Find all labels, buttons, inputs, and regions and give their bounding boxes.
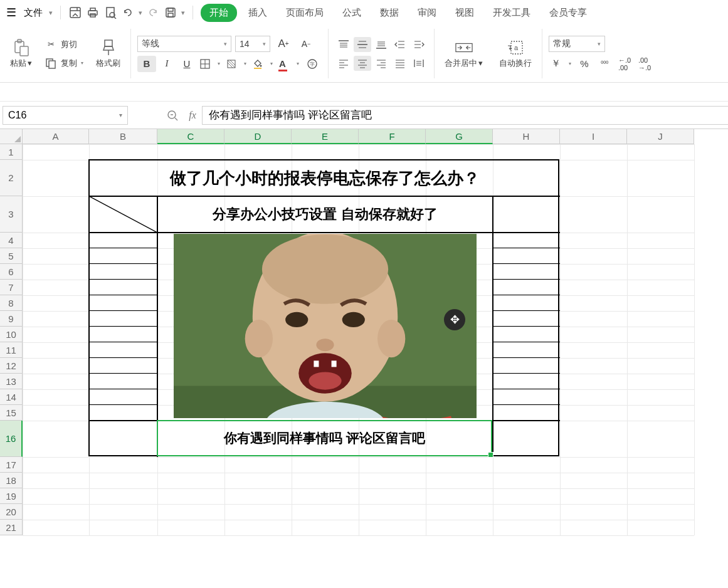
row-header-11[interactable]: 11 [0, 342, 23, 358]
tab-devtools[interactable]: 开发工具 [485, 4, 538, 22]
row-header-17[interactable]: 17 [0, 457, 23, 473]
title-cell[interactable]: 做了几个小时的报表停电忘保存了怎么办？ [89, 160, 560, 196]
svg-point-21 [260, 65, 262, 66]
row-header-2[interactable]: 2 [0, 160, 23, 196]
decrease-indent-button[interactable] [391, 37, 409, 52]
chevron-down-icon: ▾ [28, 58, 32, 68]
tab-view[interactable]: 视图 [448, 4, 482, 22]
justify-button[interactable] [391, 56, 409, 71]
row-header-18[interactable]: 18 [0, 473, 23, 488]
subtitle-cell[interactable]: 分享办公小技巧设置 自动保存就好了 [157, 196, 493, 233]
print-preview-icon[interactable] [103, 6, 117, 19]
copy-button[interactable]: 复制▾ [45, 57, 83, 70]
underline-button[interactable]: U [177, 56, 196, 72]
chevron-down-icon[interactable]: ▾ [49, 9, 53, 17]
decrease-decimal-button[interactable]: .00→.0 [635, 56, 654, 72]
row-header-7[interactable]: 7 [0, 280, 23, 295]
bold-button[interactable]: B [137, 56, 156, 72]
row-header-5[interactable]: 5 [0, 248, 23, 264]
row-header-12[interactable]: 12 [0, 358, 23, 374]
row-header-10[interactable]: 10 [0, 327, 23, 342]
format-painter-button[interactable]: 格式刷 [92, 36, 124, 71]
increase-indent-button[interactable] [410, 37, 428, 52]
column-header-A[interactable]: A [23, 129, 89, 144]
row-header-1[interactable]: 1 [0, 144, 23, 160]
column-header-E[interactable]: E [292, 129, 359, 144]
row-header-3[interactable]: 3 [0, 196, 23, 233]
selected-cell[interactable]: 你有遇到同样事情吗 评论区留言吧 [157, 420, 492, 456]
row-header-8[interactable]: 8 [0, 295, 23, 311]
row-header-6[interactable]: 6 [0, 264, 23, 280]
chevron-down-icon[interactable]: ▾ [119, 112, 122, 118]
column-header-D[interactable]: D [224, 129, 292, 144]
increase-font-button[interactable]: A+ [274, 36, 293, 52]
move-icon[interactable]: ✥ [444, 309, 465, 330]
row-header-9[interactable]: 9 [0, 311, 23, 327]
comma-button[interactable]: ⁰⁰⁰ [595, 56, 614, 72]
border-button[interactable]: ▾ [198, 56, 223, 72]
column-header-B[interactable]: B [89, 129, 157, 144]
saveas-icon[interactable] [164, 6, 177, 19]
hamburger-icon[interactable]: ☰ [5, 6, 18, 19]
embedded-image[interactable]: ✥ [174, 234, 477, 418]
column-header-I[interactable]: I [560, 129, 627, 144]
paste-label: 粘贴 [10, 58, 26, 69]
tab-data[interactable]: 数据 [372, 4, 406, 22]
align-left-button[interactable] [335, 56, 352, 71]
tab-vip[interactable]: 会员专享 [542, 4, 594, 22]
decrease-font-button[interactable]: A− [297, 36, 315, 52]
paste-button[interactable]: 粘贴▾ [6, 36, 36, 71]
undo-icon[interactable] [121, 6, 135, 19]
fill-color-button[interactable]: ▾ [250, 56, 275, 72]
align-middle-button[interactable] [354, 37, 371, 52]
phonetic-button[interactable]: 字 [303, 56, 322, 72]
fx-icon[interactable]: fx [186, 108, 199, 122]
formula-input[interactable]: 你有遇到同样事情吗 评论区留言吧 [202, 106, 728, 125]
fill-style-button[interactable]: ▾ [224, 56, 249, 72]
select-all-corner[interactable] [0, 129, 23, 144]
tab-start[interactable]: 开始 [201, 4, 237, 22]
column-header-C[interactable]: C [157, 129, 224, 144]
tab-review[interactable]: 审阅 [410, 4, 444, 22]
cancel-formula-icon[interactable] [166, 108, 179, 122]
row-header-13[interactable]: 13 [0, 374, 23, 389]
column-header-J[interactable]: J [627, 129, 694, 144]
row-header-19[interactable]: 19 [0, 488, 23, 504]
tab-layout[interactable]: 页面布局 [278, 4, 331, 22]
merge-center-button[interactable]: 合并居中▾ [441, 36, 487, 71]
tab-formula[interactable]: 公式 [335, 4, 369, 22]
row-header-20[interactable]: 20 [0, 504, 23, 520]
spreadsheet-grid[interactable]: ABCDEFGHIJ 12345678910111213141516171819… [0, 129, 728, 587]
print-icon[interactable] [86, 6, 100, 19]
name-box[interactable]: C16 ▾ [3, 106, 128, 125]
column-header-G[interactable]: G [426, 129, 493, 144]
align-center-button[interactable] [354, 56, 371, 71]
redo-icon[interactable] [146, 6, 160, 19]
row-header-16[interactable]: 16 [0, 421, 23, 457]
number-format-select[interactable]: 常规▾ [549, 36, 605, 52]
font-family-select[interactable]: 等线▾ [137, 36, 231, 52]
font-size-select[interactable]: 14▾ [235, 36, 270, 52]
column-header-H[interactable]: H [493, 129, 560, 144]
align-bottom-button[interactable] [372, 37, 390, 52]
italic-button[interactable]: I [157, 56, 176, 72]
chevron-down-icon[interactable]: ▾ [139, 9, 142, 17]
row-header-15[interactable]: 15 [0, 405, 23, 421]
cut-button[interactable]: ✂剪切 [45, 38, 83, 51]
currency-button[interactable]: ￥▾ [549, 56, 574, 72]
column-header-F[interactable]: F [359, 129, 426, 144]
wrap-text-button[interactable]: a 自动换行 [495, 36, 535, 71]
chevron-down-icon[interactable]: ▾ [181, 9, 185, 17]
row-header-4[interactable]: 4 [0, 233, 23, 248]
align-right-button[interactable] [372, 56, 390, 71]
align-top-button[interactable] [335, 37, 352, 52]
row-header-14[interactable]: 14 [0, 389, 23, 405]
percent-button[interactable]: % [575, 56, 594, 72]
increase-decimal-button[interactable]: ←.0.00 [615, 56, 634, 72]
font-color-button[interactable]: A▾ [277, 56, 302, 72]
save-icon[interactable] [68, 6, 82, 19]
row-header-21[interactable]: 21 [0, 520, 23, 535]
distribute-button[interactable] [410, 56, 428, 71]
file-menu[interactable]: 文件 [21, 7, 45, 19]
tab-insert[interactable]: 插入 [241, 4, 275, 22]
